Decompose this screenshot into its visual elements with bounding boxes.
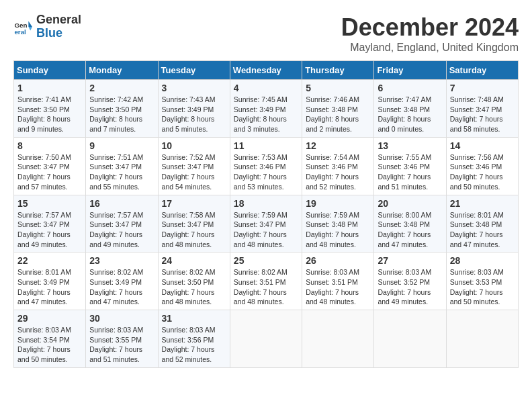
sunset-label: Sunset: 3:47 PM <box>17 163 70 171</box>
day-info: Sunrise: 8:02 AM Sunset: 3:50 PM Dayligh… <box>162 267 226 307</box>
daylight-label: Daylight: 8 hours and 2 minutes. <box>306 115 359 133</box>
sunrise-label: Sunrise: 7:51 AM <box>89 153 143 161</box>
table-row: 6 Sunrise: 7:47 AM Sunset: 3:48 PM Dayli… <box>374 80 446 138</box>
day-number: 8 <box>17 140 82 151</box>
sunset-label: Sunset: 3:46 PM <box>450 163 502 171</box>
daylight-label: Daylight: 7 hours and 49 minutes. <box>378 288 431 306</box>
table-row: 18 Sunrise: 7:59 AM Sunset: 3:47 PM Dayl… <box>230 195 302 253</box>
daylight-label: Daylight: 8 hours and 3 minutes. <box>234 115 287 133</box>
day-number: 3 <box>162 83 226 93</box>
table-row: 20 Sunrise: 8:00 AM Sunset: 3:48 PM Dayl… <box>374 195 446 253</box>
day-info: Sunrise: 8:02 AM Sunset: 3:51 PM Dayligh… <box>234 267 298 307</box>
table-row: 26 Sunrise: 8:03 AM Sunset: 3:51 PM Dayl… <box>302 253 374 310</box>
day-info: Sunrise: 8:03 AM Sunset: 3:56 PM Dayligh… <box>162 325 226 365</box>
daylight-label: Daylight: 7 hours and 51 minutes. <box>378 173 431 191</box>
daylight-label: Daylight: 8 hours and 5 minutes. <box>162 115 215 133</box>
sunset-label: Sunset: 3:53 PM <box>450 278 502 286</box>
sunset-label: Sunset: 3:47 PM <box>450 105 502 113</box>
day-info: Sunrise: 8:03 AM Sunset: 3:51 PM Dayligh… <box>306 267 370 307</box>
sunset-label: Sunset: 3:52 PM <box>378 278 430 286</box>
sunrise-label: Sunrise: 7:57 AM <box>89 211 143 219</box>
day-number: 25 <box>234 255 298 266</box>
day-info: Sunrise: 8:03 AM Sunset: 3:52 PM Dayligh… <box>378 267 442 307</box>
day-number: 4 <box>234 83 298 93</box>
table-row: 31 Sunrise: 8:03 AM Sunset: 3:56 PM Dayl… <box>158 310 230 368</box>
table-row: 1 Sunrise: 7:41 AM Sunset: 3:50 PM Dayli… <box>14 80 86 138</box>
day-info: Sunrise: 8:02 AM Sunset: 3:49 PM Dayligh… <box>89 267 154 307</box>
calendar-table: Sunday Monday Tuesday Wednesday Thursday… <box>13 60 519 368</box>
day-info: Sunrise: 8:01 AM Sunset: 3:48 PM Dayligh… <box>450 210 515 250</box>
sunrise-label: Sunrise: 7:52 AM <box>162 153 216 161</box>
table-row: 2 Sunrise: 7:42 AM Sunset: 3:50 PM Dayli… <box>86 80 158 138</box>
day-info: Sunrise: 7:47 AM Sunset: 3:48 PM Dayligh… <box>378 95 442 134</box>
day-info: Sunrise: 8:03 AM Sunset: 3:53 PM Dayligh… <box>450 267 515 307</box>
day-number: 9 <box>89 140 154 151</box>
day-info: Sunrise: 7:53 AM Sunset: 3:46 PM Dayligh… <box>234 152 298 192</box>
daylight-label: Daylight: 7 hours and 52 minutes. <box>162 345 215 363</box>
day-info: Sunrise: 8:03 AM Sunset: 3:55 PM Dayligh… <box>89 325 154 365</box>
sunset-label: Sunset: 3:46 PM <box>378 163 430 171</box>
day-info: Sunrise: 7:59 AM Sunset: 3:47 PM Dayligh… <box>234 210 298 250</box>
sunrise-label: Sunrise: 7:54 AM <box>306 153 359 161</box>
daylight-label: Daylight: 7 hours and 47 minutes. <box>17 288 71 306</box>
calendar-row: 22 Sunrise: 8:01 AM Sunset: 3:49 PM Dayl… <box>14 253 519 310</box>
sunset-label: Sunset: 3:56 PM <box>162 336 214 344</box>
day-number: 11 <box>234 140 298 151</box>
table-row: 8 Sunrise: 7:50 AM Sunset: 3:47 PM Dayli… <box>14 137 86 195</box>
sunrise-label: Sunrise: 7:56 AM <box>450 153 504 161</box>
sunset-label: Sunset: 3:47 PM <box>162 163 214 171</box>
sunset-label: Sunset: 3:48 PM <box>306 105 358 113</box>
day-number: 2 <box>89 83 154 93</box>
sunset-label: Sunset: 3:49 PM <box>234 105 286 113</box>
sunset-label: Sunset: 3:46 PM <box>234 163 286 171</box>
calendar-row: 1 Sunrise: 7:41 AM Sunset: 3:50 PM Dayli… <box>14 80 519 138</box>
sunrise-label: Sunrise: 8:03 AM <box>89 326 143 334</box>
day-number: 19 <box>306 198 370 209</box>
day-info: Sunrise: 7:55 AM Sunset: 3:46 PM Dayligh… <box>378 152 442 192</box>
table-row: 23 Sunrise: 8:02 AM Sunset: 3:49 PM Dayl… <box>86 253 158 310</box>
sunrise-label: Sunrise: 7:43 AM <box>162 95 216 103</box>
day-number: 14 <box>450 140 515 151</box>
sunrise-label: Sunrise: 8:02 AM <box>162 268 216 276</box>
table-row: 10 Sunrise: 7:52 AM Sunset: 3:47 PM Dayl… <box>158 137 230 195</box>
table-row: 21 Sunrise: 8:01 AM Sunset: 3:48 PM Dayl… <box>446 195 518 253</box>
table-row: 11 Sunrise: 7:53 AM Sunset: 3:46 PM Dayl… <box>230 137 302 195</box>
daylight-label: Daylight: 7 hours and 52 minutes. <box>306 173 359 191</box>
sunrise-label: Sunrise: 8:03 AM <box>162 326 216 334</box>
day-number: 26 <box>306 255 370 266</box>
sunrise-label: Sunrise: 7:45 AM <box>234 95 287 103</box>
daylight-label: Daylight: 7 hours and 54 minutes. <box>162 173 215 191</box>
day-info: Sunrise: 7:50 AM Sunset: 3:47 PM Dayligh… <box>17 152 82 192</box>
sunset-label: Sunset: 3:55 PM <box>89 336 142 344</box>
table-row: 27 Sunrise: 8:03 AM Sunset: 3:52 PM Dayl… <box>374 253 446 310</box>
col-tuesday: Tuesday <box>158 61 230 80</box>
col-friday: Friday <box>374 61 446 80</box>
logo: Gen eral General Blue <box>13 13 81 40</box>
day-number: 30 <box>89 313 154 324</box>
svg-text:eral: eral <box>14 28 26 36</box>
day-number: 13 <box>378 140 442 151</box>
sunrise-label: Sunrise: 8:01 AM <box>17 268 71 276</box>
daylight-label: Daylight: 7 hours and 50 minutes. <box>450 288 503 306</box>
daylight-label: Daylight: 7 hours and 48 minutes. <box>234 288 287 306</box>
daylight-label: Daylight: 7 hours and 50 minutes. <box>450 173 503 191</box>
daylight-label: Daylight: 7 hours and 49 minutes. <box>17 230 71 248</box>
day-info: Sunrise: 8:00 AM Sunset: 3:48 PM Dayligh… <box>378 210 442 250</box>
sunrise-label: Sunrise: 8:00 AM <box>378 211 431 219</box>
day-info: Sunrise: 7:42 AM Sunset: 3:50 PM Dayligh… <box>89 95 154 134</box>
day-info: Sunrise: 7:48 AM Sunset: 3:47 PM Dayligh… <box>450 95 515 134</box>
daylight-label: Daylight: 8 hours and 9 minutes. <box>17 115 71 133</box>
table-row: 5 Sunrise: 7:46 AM Sunset: 3:48 PM Dayli… <box>302 80 374 138</box>
sunset-label: Sunset: 3:49 PM <box>162 105 214 113</box>
day-number: 16 <box>89 198 154 209</box>
day-number: 27 <box>378 255 442 266</box>
table-row: 30 Sunrise: 8:03 AM Sunset: 3:55 PM Dayl… <box>86 310 158 368</box>
sunset-label: Sunset: 3:48 PM <box>378 105 430 113</box>
header: Gen eral General Blue December 2024 Mayl… <box>13 13 519 54</box>
sunrise-label: Sunrise: 8:02 AM <box>89 268 143 276</box>
table-row: 15 Sunrise: 7:57 AM Sunset: 3:47 PM Dayl… <box>14 195 86 253</box>
sunrise-label: Sunrise: 7:53 AM <box>234 153 287 161</box>
sunrise-label: Sunrise: 8:03 AM <box>378 268 431 276</box>
title-area: December 2024 Mayland, England, United K… <box>341 13 519 54</box>
subtitle: Mayland, England, United Kingdom <box>341 42 519 54</box>
